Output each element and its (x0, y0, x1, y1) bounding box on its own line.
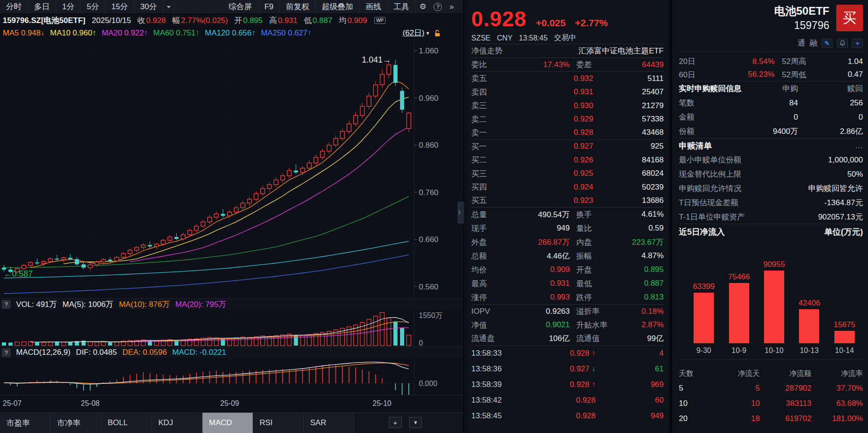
market-status: 交易中 (554, 33, 576, 43)
sell-row-2: 卖二0.92957338 (471, 113, 664, 127)
edit-icon[interactable]: ✎ (822, 39, 833, 48)
down-arrow-icon: ↓ (590, 364, 596, 373)
sell-row-3: 卖三0.93021279 (471, 99, 664, 113)
toolbar: 分时多日1分5分15分30分⏷综合屏F9前复权超级叠加画线工具⚙?» (0, 0, 463, 14)
net-worth-row[interactable]: 净值走势 汇添富中证电池主题ETF (471, 44, 664, 58)
tool-button-1[interactable]: F9 (258, 0, 280, 13)
collapse-panel-handle[interactable]: 》 (457, 202, 464, 224)
quote-info-line: 159796.SZ[电池50ETF]2025/10/15收0.928幅2.77%… (0, 14, 463, 27)
tab-sar[interactable]: SAR (304, 413, 354, 433)
more-tools-icon[interactable]: » (446, 0, 457, 13)
tab-rsi[interactable]: RSI (253, 413, 304, 433)
net-inflow-bar-chart: 6339975466909554240615675 (679, 239, 863, 343)
kv-row-4: T-1日单位申赎资产902057.13元 (679, 210, 863, 224)
ma-values-line: (62日) ▼ MA5 0.948↓MA10 0.960↑MA20 0.922↑… (0, 27, 463, 39)
tick-row-3: 13:58:420.92860 (471, 393, 664, 408)
tab-市盈率[interactable]: 市盈率 (0, 413, 51, 433)
buy-row-1: 买一0.927925 (471, 140, 664, 154)
buy-button[interactable]: 买 (836, 5, 863, 31)
indicator-dropdown-button[interactable]: ▼ (409, 417, 422, 428)
help-icon[interactable]: ? (2, 300, 11, 309)
buy-row-2: 买二0.92684168 (471, 153, 664, 167)
weicha-value: 64439 (614, 60, 664, 69)
ma-value-1: MA10 0.960↑ (50, 29, 96, 38)
add-indicator-button[interactable]: + (389, 417, 402, 428)
currency-label: CNY (497, 34, 513, 42)
candlestick-chart[interactable]: 1.0600.9600.8600.7600.6600.5601.041→←0.5… (0, 39, 464, 298)
session-line: SZSE CNY 13:58:45 交易中 (471, 32, 664, 44)
volHeader-seg-1: MA(5): 1006万 (63, 299, 114, 310)
info-segment-1: 2025/10/15 (92, 16, 131, 25)
period-tab-1[interactable]: 多日 (28, 0, 56, 13)
redemption-list-header[interactable]: 申赎清单… (679, 139, 863, 153)
macdHeader-seg-0: MACD(12,26,9) (16, 348, 70, 357)
sell-row-1: 卖一0.92843468 (471, 126, 664, 140)
tool-button-5[interactable]: 工具 (388, 0, 416, 13)
price-change: +0.025 (536, 17, 566, 29)
stat-row-0: 总量490.54万换手4.61% (471, 208, 664, 221)
net-worth-label: 净值走势 (471, 46, 503, 56)
gear-icon[interactable]: ⚙ (416, 0, 430, 13)
volHeader-seg-0: VOL: 491万 (16, 299, 57, 310)
weibi-label: 委比 (471, 59, 501, 70)
bell-icon[interactable] (837, 39, 848, 48)
redemption-list-title: 申赎清单 (679, 140, 712, 151)
period-tab-5[interactable]: 30分 (134, 0, 163, 13)
volHeader-seg-3: MA(20): 795万 (175, 299, 226, 310)
more-periods-icon[interactable]: ⏷ (163, 0, 175, 13)
flow-table-header: 天数净流天净流额净流率 (679, 367, 863, 381)
add-to-watchlist-icon[interactable]: + (852, 39, 863, 48)
margin-tag-0[interactable]: 通 (798, 38, 805, 48)
sell-row-4: 卖四0.93125407 (471, 86, 664, 99)
svg-text:1550万: 1550万 (419, 312, 443, 319)
period-tab-4[interactable]: 15分 (105, 0, 134, 13)
tab-kdj[interactable]: KDJ (152, 413, 203, 433)
inflow-x-label: 10-9 (721, 343, 756, 359)
period-tab-0[interactable]: 分时 (0, 0, 28, 13)
info-segment-4: 开0.895 (234, 15, 263, 26)
buy-row-4: 买四0.92450239 (471, 180, 664, 194)
help-icon[interactable]: ? (430, 0, 446, 13)
tool-button-2[interactable]: 前复权 (280, 0, 316, 13)
quote-time: 13:58:45 (519, 34, 548, 42)
last-price-block: 0.928 +0.025 +2.77% (471, 0, 664, 32)
tab-macd[interactable]: MACD (203, 413, 253, 433)
quote-panel: 0.928 +0.025 +2.77% SZSE CNY 13:58:45 交易… (465, 0, 667, 433)
date-label-2: 25-09 (214, 399, 246, 408)
volume-chart[interactable]: 1550万0 (0, 310, 464, 346)
period-tab-3[interactable]: 5分 (81, 0, 105, 13)
range-selector[interactable]: (62日) ▼ (403, 27, 441, 39)
info-segment-3: 幅2.77%(0.025) (172, 15, 228, 26)
quote-statistics: 总量490.54万换手4.61%现手949量比0.59外盘266.87万内盘22… (471, 208, 664, 346)
tab-市净率[interactable]: 市净率 (51, 413, 101, 433)
tab-boll[interactable]: BOLL (101, 413, 152, 433)
info-segment-7: 均0.909 (339, 15, 367, 26)
macdHeader-seg-1: DIF: 0.0485 (76, 348, 117, 357)
etf-detail-rows: 20日8.54%52周高1.0460日56.23%52周低0.47实时申购赎回信… (679, 55, 863, 224)
tick-row-4: 13:58:450.928949 (471, 408, 664, 424)
help-icon[interactable]: ? (2, 348, 11, 357)
margin-tag-1[interactable]: 融 (810, 38, 817, 48)
wp-monitor-icon[interactable]: WP (374, 17, 385, 24)
svg-text:1.041→: 1.041→ (362, 55, 391, 64)
unlock-icon[interactable] (434, 29, 441, 37)
period-tab-2[interactable]: 1分 (56, 0, 81, 13)
tool-button-3[interactable]: 超级叠加 (316, 0, 359, 13)
info-segment-5: 高0.931 (269, 15, 298, 26)
date-label-1: 25-08 (74, 399, 106, 408)
stat-row-5: 最高0.931最低0.887 (471, 277, 664, 290)
tool-button-0[interactable]: 综合屏 (222, 0, 258, 13)
tick-by-tick-list: 13:58:330.928 ↑413:58:360.927 ↓6113:58:3… (471, 346, 664, 424)
ma-value-2: MA20 0.922↑ (102, 29, 148, 38)
macd-chart[interactable]: 0.000 (0, 357, 464, 395)
svg-text:0.660: 0.660 (419, 235, 439, 244)
flow-row-1: 101038311363.68% (679, 396, 863, 411)
stat-row-1: 现手949量比0.59 (471, 221, 664, 235)
kv-row-1: 现金替代比例上限50% (679, 167, 863, 181)
visible-range-label[interactable]: (62日) (403, 28, 424, 38)
net-inflow-title-row: 近5日净流入 单位(万元) (679, 224, 863, 239)
chevron-down-icon[interactable]: ▼ (425, 30, 430, 36)
tool-button-4[interactable]: 画线 (359, 0, 388, 13)
net-inflow-unit: 单位(万元) (824, 226, 863, 237)
sell-order-book: 卖五0.9325111卖四0.93125407卖三0.93021279卖二0.9… (471, 72, 664, 140)
